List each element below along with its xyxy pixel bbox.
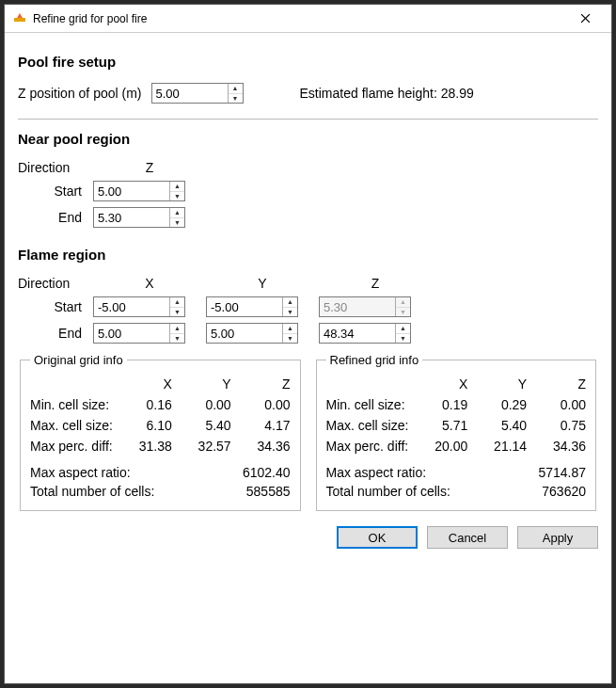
flame-start-x-stepper[interactable]: ▲▼: [93, 296, 185, 317]
chevron-up-icon[interactable]: ▲: [229, 84, 243, 94]
chevron-up-icon[interactable]: ▲: [396, 324, 410, 334]
rg-hdr-z: Z: [532, 376, 586, 392]
refined-grid-fieldset: Refined grid info X Y Z Min. cell size: …: [316, 353, 597, 511]
rg-perc-y: 21.14: [473, 439, 527, 454]
rg-row-perc: Max perc. diff:: [326, 439, 409, 454]
rg-perc-z: 34.36: [532, 439, 586, 454]
flame-end-x-input[interactable]: [94, 324, 169, 343]
flame-start-z-stepper: ▲▼: [319, 296, 411, 317]
near-start-stepper[interactable]: ▲▼: [93, 181, 185, 201]
near-start-input[interactable]: [94, 182, 169, 200]
flame-hdr-z: Z: [319, 276, 432, 291]
og-cells-value: 585585: [246, 484, 291, 499]
chevron-down-icon[interactable]: ▼: [396, 334, 410, 344]
chevron-down-icon[interactable]: ▼: [170, 192, 184, 201]
spinner-arrows: ▲ ▼: [228, 84, 243, 103]
chevron-down-icon[interactable]: ▼: [283, 334, 297, 344]
chevron-down-icon[interactable]: ▼: [229, 94, 243, 104]
og-max-z: 4.17: [237, 418, 291, 433]
section-flame-title: Flame region: [18, 247, 598, 263]
flame-end-label: End: [18, 326, 93, 341]
flame-end-z-stepper[interactable]: ▲▼: [319, 323, 411, 344]
zpos-label: Z position of pool (m): [18, 86, 142, 101]
rg-perc-x: 20.00: [414, 439, 467, 454]
chevron-up-icon[interactable]: ▲: [170, 208, 184, 218]
rg-min-y: 0.29: [473, 397, 527, 412]
flame-height-label: Estimated flame height:: [300, 86, 437, 101]
close-button[interactable]: [566, 5, 604, 33]
chevron-down-icon[interactable]: ▼: [170, 218, 184, 228]
separator: [18, 119, 598, 120]
rg-min-z: 0.00: [532, 397, 586, 412]
direction-label: Direction: [18, 276, 93, 291]
chevron-down-icon[interactable]: ▼: [170, 308, 184, 317]
chevron-up-icon[interactable]: ▲: [170, 324, 184, 334]
flame-hdr-x: X: [93, 276, 206, 291]
chevron-up-icon[interactable]: ▲: [170, 297, 184, 308]
window-title: Refine grid for pool fire: [33, 12, 147, 25]
near-end-input[interactable]: [94, 208, 169, 227]
direction-label: Direction: [18, 160, 93, 175]
flame-end-z-input[interactable]: [320, 324, 395, 343]
chevron-down-icon: ▼: [396, 308, 410, 317]
near-start-label: Start: [18, 184, 93, 199]
og-perc-y: 32.57: [178, 439, 231, 454]
zpos-input[interactable]: [152, 84, 228, 103]
rg-min-x: 0.19: [414, 397, 467, 412]
rg-cells-value: 763620: [542, 484, 586, 499]
og-row-max: Max. cell size:: [30, 418, 113, 433]
flame-hdr-y: Y: [206, 276, 319, 291]
og-row-perc: Max perc. diff:: [30, 439, 113, 454]
rg-aspect-label: Max aspect ratio:: [326, 465, 427, 480]
rg-cells-label: Total number of cells:: [326, 484, 450, 499]
ok-button[interactable]: OK: [337, 526, 418, 549]
og-max-x: 6.10: [118, 418, 172, 433]
flame-start-x-input[interactable]: [94, 297, 169, 316]
og-aspect-label: Max aspect ratio:: [30, 465, 131, 480]
chevron-down-icon[interactable]: ▼: [283, 308, 297, 317]
og-min-x: 0.16: [118, 397, 172, 412]
rg-hdr-x: X: [414, 376, 467, 392]
section-pool-title: Pool fire setup: [18, 54, 598, 70]
rg-max-x: 5.71: [414, 418, 467, 433]
og-min-y: 0.00: [178, 397, 231, 412]
close-icon: [580, 13, 591, 24]
flame-height-value: 28.99: [441, 86, 474, 101]
chevron-down-icon[interactable]: ▼: [170, 334, 184, 344]
chevron-up-icon[interactable]: ▲: [170, 182, 184, 192]
rg-max-y: 5.40: [473, 418, 527, 433]
flame-start-z-input: [320, 297, 395, 316]
rg-hdr-y: Y: [473, 376, 527, 392]
flame-start-y-stepper[interactable]: ▲▼: [206, 296, 298, 317]
og-hdr-x: X: [118, 376, 172, 392]
refined-grid-legend: Refined grid info: [326, 353, 423, 367]
zpos-row: Z position of pool (m) ▲ ▼ Estimated fla…: [18, 83, 598, 104]
apply-button[interactable]: Apply: [517, 526, 598, 549]
rg-row-min: Min. cell size:: [326, 397, 409, 412]
cancel-button[interactable]: Cancel: [427, 526, 508, 549]
near-end-stepper[interactable]: ▲▼: [93, 207, 185, 228]
dialog-content: Pool fire setup Z position of pool (m) ▲…: [5, 33, 611, 558]
flame-end-x-stepper[interactable]: ▲▼: [93, 323, 185, 344]
flame-start-label: Start: [18, 299, 93, 314]
rg-row-max: Max. cell size:: [326, 418, 409, 433]
dialog-window: Refine grid for pool fire Pool fire setu…: [4, 4, 612, 684]
flame-end-y-stepper[interactable]: ▲▼: [206, 323, 298, 344]
near-hdr-z: Z: [93, 160, 206, 175]
original-grid-legend: Original grid info: [30, 353, 127, 367]
flame-table: Direction X Y Z Start ▲▼ ▲▼ ▲▼ End ▲▼ ▲▼…: [18, 276, 598, 344]
grid-info-panels: Original grid info X Y Z Min. cell size:…: [18, 353, 598, 511]
og-max-y: 5.40: [178, 418, 231, 433]
zpos-stepper[interactable]: ▲ ▼: [151, 83, 244, 104]
og-row-min: Min. cell size:: [30, 397, 113, 412]
chevron-up-icon: ▲: [396, 297, 410, 308]
og-min-z: 0.00: [237, 397, 291, 412]
near-table: Direction Z Start ▲▼ End ▲▼: [18, 160, 598, 228]
chevron-up-icon[interactable]: ▲: [283, 324, 297, 334]
flame-end-y-input[interactable]: [207, 324, 282, 343]
flame-start-y-input[interactable]: [207, 297, 282, 316]
og-perc-z: 34.36: [237, 439, 291, 454]
chevron-up-icon[interactable]: ▲: [283, 297, 297, 308]
svg-rect-0: [14, 18, 25, 22]
rg-max-z: 0.75: [532, 418, 586, 433]
